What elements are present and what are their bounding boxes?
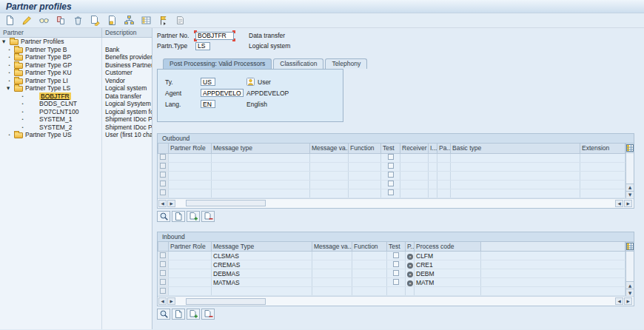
scroll-down-icon[interactable]: ▼ (626, 289, 634, 296)
agent-input[interactable] (201, 89, 244, 97)
test-checkbox[interactable] (388, 172, 394, 178)
flag-button[interactable] (156, 14, 170, 27)
note-button[interactable] (173, 14, 187, 27)
scrollbar-thumb[interactable] (186, 200, 266, 206)
tree-item-type-us[interactable]: •Partner Type US User (first 10 charact (0, 131, 152, 139)
scroll-left-icon[interactable]: ◀ (158, 297, 167, 305)
table-row-clsmas[interactable]: CLSMASCLFM (158, 252, 625, 260)
hierarchy-button[interactable] (122, 14, 136, 27)
lang-input[interactable] (201, 100, 215, 108)
test-checkbox[interactable] (388, 163, 394, 169)
table-row-matmas[interactable]: MATMASMATM (158, 278, 625, 287)
page-button[interactable] (105, 14, 119, 27)
folder-icon (14, 63, 23, 69)
scroll-down-icon[interactable]: ▼ (626, 191, 634, 198)
outbound-delete-button[interactable] (201, 211, 215, 222)
outbound-display-button[interactable] (157, 211, 170, 222)
tree-item-desc: Logical system (102, 84, 152, 92)
test-checkbox[interactable] (388, 181, 394, 186)
row-selector[interactable] (160, 163, 166, 169)
tree-item-label: SYSTEM_1 (39, 115, 72, 124)
outbound-create-button[interactable] (172, 211, 185, 222)
tree-item-po7clnt100[interactable]: •PO7CLNT100 Logical system for PO (0, 108, 152, 116)
partn-type-input[interactable] (195, 42, 210, 50)
tree-item-partner-profiles[interactable]: ▼Partner Profiles (0, 38, 152, 46)
row-selector[interactable] (160, 270, 166, 276)
tab-classification[interactable]: Classification (273, 58, 323, 69)
scroll-up-icon[interactable]: ▲ (626, 183, 634, 191)
scroll-right-icon[interactable]: ▶ (624, 200, 632, 207)
test-checkbox[interactable] (393, 270, 399, 276)
scroll-up-icon[interactable]: ▲ (626, 281, 634, 289)
tree-item-type-b[interactable]: •Partner Type B Bank (0, 46, 152, 54)
scroll-left-icon[interactable]: ◀ (158, 200, 167, 207)
scroll-right-icon[interactable]: ▶ (624, 297, 632, 305)
tree-item-bods-clnt[interactable]: •BODS_CLNT Logical Sysytem for ( (0, 100, 152, 108)
outbound-insert-button[interactable] (187, 211, 200, 222)
row-selector[interactable] (160, 252, 166, 258)
tree-item-system-1[interactable]: •SYSTEM_1 Shipment IDoc Proce (0, 115, 152, 124)
row-selector[interactable] (160, 261, 166, 267)
delete-button[interactable] (71, 14, 85, 27)
table-row-cremas[interactable]: CREMASCRE1 (158, 260, 625, 269)
flag-icon (158, 15, 169, 26)
test-checkbox[interactable] (388, 189, 394, 195)
inbound-create-button[interactable] (172, 309, 185, 320)
table-settings-icon[interactable] (626, 144, 634, 152)
inbound-delete-button[interactable] (201, 309, 215, 320)
row-selector[interactable] (160, 189, 166, 195)
inbound-display-button[interactable] (157, 309, 170, 320)
row-selector[interactable] (160, 288, 166, 294)
scroll-left-icon[interactable]: ◀ (615, 297, 623, 305)
tree-item-type-gp[interactable]: •Partner Type GP Business Partner (0, 61, 152, 70)
row-selector[interactable] (160, 279, 166, 285)
copy-button[interactable] (54, 14, 68, 27)
table-row[interactable] (158, 189, 625, 198)
tree-item-type-ku[interactable]: •Partner Type KU Customer (0, 69, 152, 77)
tab-telephony[interactable]: Telephony (325, 58, 367, 69)
change-button[interactable] (20, 14, 34, 27)
table-row[interactable] (158, 287, 625, 296)
scroll-right-icon[interactable]: ▶ (167, 200, 175, 207)
display-button[interactable] (37, 14, 51, 27)
table-row[interactable] (158, 162, 625, 171)
table-row[interactable] (158, 171, 625, 180)
tree-item-bobjtfr[interactable]: •BOBJTFR Data transfer (0, 92, 152, 101)
collapse-icon[interactable]: ▼ (2, 38, 7, 46)
process-code-cell: MATM (415, 278, 481, 287)
tab-post-processing[interactable]: Post Processing: Valid Processors (163, 58, 272, 69)
documentation-icon (90, 15, 101, 26)
scrollbar-thumb[interactable] (186, 298, 266, 305)
folder-icon (14, 47, 23, 53)
row-selector[interactable] (160, 154, 166, 160)
scroll-left-icon[interactable]: ◀ (615, 200, 623, 207)
tree-item-type-li[interactable]: •Partner Type LI Vendor (0, 77, 152, 85)
documentation-button[interactable] (88, 14, 102, 27)
scroll-right-icon[interactable]: ▶ (167, 297, 175, 305)
test-checkbox[interactable] (393, 279, 399, 285)
test-checkbox[interactable] (393, 261, 399, 267)
partner-no-input[interactable] (195, 32, 234, 40)
processor-type-input[interactable] (201, 78, 215, 86)
main-area: Partner Description ▼Partner Profiles •P… (0, 28, 644, 329)
horizontal-scrollbar[interactable]: ◀ ▶ ◀ ▶ (158, 296, 634, 306)
vertical-scrollbar[interactable]: ▲ ▼ (625, 144, 634, 198)
collapse-icon[interactable]: ▼ (7, 84, 12, 92)
tree-item-type-ls[interactable]: ▼Partner Type LS Logical system (0, 84, 152, 92)
table-settings-icon[interactable] (626, 243, 634, 250)
table-row[interactable] (158, 180, 625, 189)
inbound-insert-button[interactable] (187, 309, 200, 320)
bullet-icon: • (20, 124, 25, 132)
vertical-scrollbar[interactable]: ▲ ▼ (625, 242, 634, 297)
table-row-debmas[interactable]: DEBMASDEBM (158, 269, 625, 278)
row-selector[interactable] (160, 181, 166, 186)
tree-item-type-bp[interactable]: •Partner Type BP Benefits provider (0, 53, 152, 61)
create-button[interactable] (3, 14, 17, 27)
row-selector[interactable] (160, 172, 166, 178)
table-button[interactable] (139, 14, 153, 27)
test-checkbox[interactable] (388, 154, 394, 160)
table-row[interactable] (158, 153, 625, 162)
tree-item-system-2[interactable]: •SYSTEM_2 Shipment IDoc Proce (0, 124, 152, 132)
test-checkbox[interactable] (393, 252, 399, 258)
horizontal-scrollbar[interactable]: ◀ ▶ ◀ ▶ (158, 198, 634, 208)
